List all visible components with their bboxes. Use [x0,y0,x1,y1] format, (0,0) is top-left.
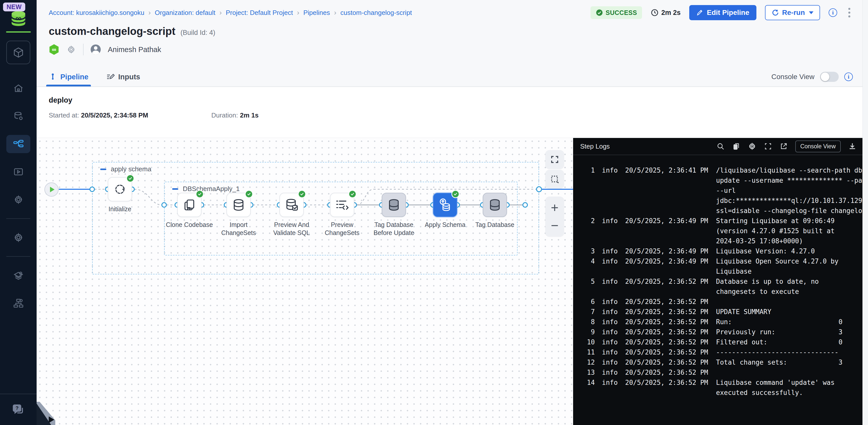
group-label-apply-schema: apply schema [100,165,151,173]
step-logs-body[interactable]: 1info20/5/2025, 2:36:41 PM/liquibase/liq… [573,155,868,425]
step-label: Tag Database Before Update [369,221,419,237]
download-logs-icon[interactable] [848,142,857,150]
meta-divider [83,44,84,55]
tabs: Pipeline Inputs [49,67,140,86]
build-duration: 2m 2s [651,8,681,17]
log-message: /liquibase/liquibase --search-path db up… [716,165,868,216]
sidebar-item-pipelines[interactable] [6,135,30,153]
log-line-number: 8 [581,317,595,327]
log-line: 14info20/5/2025, 2:36:52 PMLiquibase com… [581,377,868,398]
pipeline-start-node[interactable] [44,182,59,197]
meta-row: ∞ Animesh Pathak [37,41,868,58]
pipeline-step-preview-changesets[interactable] [330,193,354,217]
sidebar-item-executions[interactable] [6,163,30,181]
log-timestamp: 20/5/2025, 2:36:52 PM [625,367,709,377]
collapse-icon[interactable] [172,188,178,190]
log-timestamp: 20/5/2025, 2:36:41 PM [625,165,709,216]
step-label: Import ChangeSets [213,221,264,237]
main: Account: kurosakiichigo.songoku›Organiza… [37,0,868,425]
home-icon [13,83,24,94]
edit-pipeline-button[interactable]: Edit Pipeline [689,5,756,20]
sidebar-item-database[interactable] [6,107,30,125]
sidebar-item-environments[interactable] [6,266,30,284]
console-view-toggle[interactable] [820,72,839,82]
zoom-out-button[interactable]: − [551,217,558,234]
marquee-select-icon [550,175,559,184]
sidebar-item-services[interactable] [6,294,30,312]
step-label: Apply Schema [420,221,470,229]
database-devops-logo[interactable]: ∞ [10,10,27,26]
expand-logs-icon[interactable] [764,142,772,150]
breadcrumb-item[interactable]: Account: kurosakiichigo.songoku [49,9,145,17]
collapse-icon[interactable] [100,169,106,170]
rerun-button[interactable]: Re-run [765,5,820,20]
pipeline-settings-gear-icon[interactable] [66,45,76,54]
log-level: info [602,337,618,347]
step-label: Initialize [95,205,145,213]
log-timestamp: 20/5/2025, 2:36:52 PM [625,357,709,367]
pipeline-step-apply-schema[interactable] [433,193,457,217]
pipeline-canvas[interactable]: apply schema DBSchemaApply_1 [37,138,573,425]
breadcrumb-item[interactable]: Pipelines [303,9,330,17]
step-logs-panel: Step Logs Console View 1info20/5/2025, 2… [573,138,868,425]
log-line-number: 7 [581,307,595,317]
step-logs-header: Step Logs Console View [573,138,868,155]
log-timestamp: 20/5/2025, 2:36:52 PM [625,327,709,337]
tab-pipeline[interactable]: Pipeline [49,67,88,86]
sidebar-item-module[interactable] [6,41,30,64]
log-timestamp: 20/5/2025, 2:36:52 PM [625,317,709,327]
pipeline-step-tag-database[interactable] [483,193,507,217]
breadcrumb-separator: › [297,8,299,17]
pipeline-tab-icon [49,73,57,81]
status-badge: SUCCESS [591,6,642,19]
log-level: info [602,367,618,377]
sidebar-item-project-settings[interactable] [6,228,30,247]
more-options-menu[interactable] [846,6,853,19]
tab-inputs[interactable]: Inputs [106,67,140,86]
pipeline-step-clone-codebase[interactable] [177,193,202,217]
log-line-number: 12 [581,357,595,367]
copy-icon[interactable] [732,142,740,150]
log-message: Starting Liquibase at 09:06:49 (version … [716,216,868,246]
log-settings-gear-icon[interactable] [748,142,756,150]
started-at: Started at:20/5/2025, 2:34:58 PM [49,111,148,119]
log-toolbar: Console View [716,141,857,152]
console-view-control: Console View i [771,72,853,82]
log-line: 3info20/5/2025, 2:36:49 PMLiquibase Vers… [581,246,868,256]
cube-icon [13,47,24,58]
success-check-icon [298,190,306,198]
breadcrumb-item[interactable]: custom-changelog-script [340,9,412,17]
breadcrumb: Account: kurosakiichigo.songoku›Organiza… [49,8,412,17]
database-gear-icon [13,111,24,121]
log-timestamp: 20/5/2025, 2:36:52 PM [625,296,709,307]
canvas-fullscreen-button[interactable] [545,150,564,169]
zoom-in-button[interactable]: + [551,199,558,217]
hierarchy-gear-icon [13,298,24,309]
breadcrumb-separator: › [219,8,222,17]
title-row: custom-changelog-script (Build Id: 4) [37,25,868,41]
log-line: 9info20/5/2025, 2:36:52 PMPreviously run… [581,327,868,337]
success-check-icon [196,190,204,198]
pipeline-step-import-changesets[interactable] [226,193,251,217]
rerun-info-icon[interactable]: i [829,8,837,17]
pipeline-step-preview-and-validate-sql[interactable] [279,193,304,217]
pipeline-step-tag-database-before-update[interactable] [382,193,406,217]
tabs-row: Pipeline Inputs Console View i [37,67,868,87]
page-scrollbar[interactable] [863,0,868,425]
stage-duration: Duration:2m 1s [211,111,258,119]
console-view-info-icon[interactable]: i [844,73,853,81]
logs-console-view-button[interactable]: Console View [795,141,841,152]
pipeline-step-initialize[interactable] [108,177,132,201]
help-chat-button[interactable]: ? [11,403,26,418]
open-external-icon[interactable] [780,142,788,150]
breadcrumb-item[interactable]: Project: Default Project [226,9,293,17]
refresh-icon [772,9,779,17]
breadcrumb-item[interactable]: Organization: default [155,9,215,17]
sidebar-item-triggers-settings[interactable] [6,191,30,209]
console-view-label: Console View [771,73,814,81]
database-filled-icon [382,193,405,217]
log-timestamp: 20/5/2025, 2:36:49 PM [625,256,709,277]
canvas-select-button[interactable] [545,170,564,189]
sidebar-item-home[interactable] [6,79,30,97]
search-icon[interactable] [716,142,724,150]
